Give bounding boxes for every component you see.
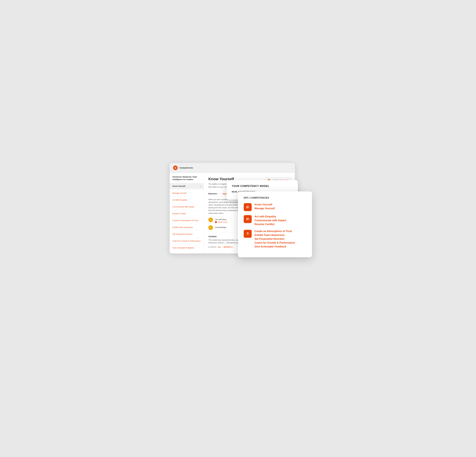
sidebar-item-set-direction[interactable]: Set Purposeful Direction xyxy=(170,231,204,237)
divider xyxy=(170,196,204,197)
ei-items: Know Yourself Manage Yourself xyxy=(255,203,275,210)
sidebar-group-title: Emotional, Relational, Team intelligence… xyxy=(170,176,204,183)
divider xyxy=(170,237,204,238)
sidebar: Emotional, Relational, Team intelligence… xyxy=(170,173,204,254)
behavior-number-2: 2 xyxy=(208,225,213,230)
erti-group-ei: Ei Know Yourself Manage Yourself xyxy=(244,203,306,211)
divider xyxy=(170,190,204,190)
behavior-number-1: 1 xyxy=(208,218,213,222)
sidebar-item-coach[interactable]: Coach For Growth & Performance xyxy=(170,238,204,244)
erti-item-communicate-impact[interactable]: Communicate with Impact xyxy=(255,219,286,222)
ti-badge: Ti xyxy=(244,230,252,238)
tab-separator: | xyxy=(220,193,220,195)
sidebar-item-communicate[interactable]: Communicate With Impact xyxy=(170,204,204,210)
erti-card-title: ERT-i COMPETENCIES xyxy=(244,197,306,199)
sidebar-item-atmosphere-trust[interactable]: Create An Atmosphere Of Trust xyxy=(170,218,204,223)
erti-item-team-awareness[interactable]: Exhibit Team-Awareness xyxy=(255,234,295,237)
erti-item-know-yourself[interactable]: Know Yourself xyxy=(255,203,275,206)
erti-item-set-direction[interactable]: Set Purposeful Direction xyxy=(255,237,295,240)
divider xyxy=(170,203,204,203)
sidebar-item-manage-yourself[interactable]: Manage Yourself xyxy=(170,190,204,196)
tab-behaviors[interactable]: Behaviors xyxy=(208,192,217,196)
filter-all[interactable]: ALL xyxy=(218,246,221,248)
ri-items: Act with Empathy Communicate with Impact… xyxy=(255,215,286,226)
app-header: Competencies xyxy=(170,163,295,173)
ri-badge: Ri xyxy=(244,215,252,223)
ti-items: Create an Atmosphere of Trust Exhibit Te… xyxy=(255,230,295,248)
erti-group-ri: Ri Act with Empathy Communicate with Imp… xyxy=(244,215,306,226)
sidebar-item-act-with-empathy[interactable]: Act With Empathy xyxy=(170,197,204,203)
erti-item-coach-growth[interactable]: Coach for Growth & Performance xyxy=(255,241,295,244)
sidebar-item-team-awareness[interactable]: Exhibit Team-Awareness xyxy=(170,225,204,230)
action-tag-1: Added to Acti... xyxy=(215,221,228,223)
sidebar-item-label: Communicate With Impact xyxy=(172,206,194,208)
sidebar-item-label: Exhibit Team-Awareness xyxy=(172,226,193,228)
sidebar-item-know-yourself[interactable]: Know Yourself › xyxy=(170,183,204,189)
divider xyxy=(170,244,204,245)
filter-label: FILTER BY: xyxy=(208,246,217,248)
sidebar-item-label: Know Yourself xyxy=(172,185,185,187)
behavior-content-2: Acknowledge... xyxy=(215,225,228,228)
sidebar-item-label: Act With Empathy xyxy=(172,199,187,201)
erti-card: ERT-i COMPETENCIES Ei Know Yourself Mana… xyxy=(238,192,312,257)
sidebar-item-feedback[interactable]: Give Actionable Feedback xyxy=(170,245,204,251)
app-icon xyxy=(173,166,178,170)
chevron-right-icon: › xyxy=(200,185,201,187)
erti-group-ti: Ti Create an Atmosphere of Trust Exhibit… xyxy=(244,230,306,248)
action-tag-icon xyxy=(215,221,217,223)
filter-editors[interactable]: EDITOR'S C... xyxy=(224,246,234,248)
divider xyxy=(170,210,204,210)
sidebar-item-resolve-conflict[interactable]: Resolve Conflict xyxy=(170,211,204,216)
erti-item-resolve-conflict[interactable]: Resolve Conflict xyxy=(255,223,286,226)
sidebar-item-label: Coach For Growth & Performance xyxy=(172,240,201,242)
erti-item-give-feedback[interactable]: Give Actionable Feedback xyxy=(255,245,295,248)
sidebar-item-label: Resolve Conflict xyxy=(172,212,186,215)
behavior-text-2: Acknowledge... xyxy=(215,225,228,228)
ei-badge: Ei xyxy=(244,203,252,211)
action-tag-label: Added to Acti... xyxy=(218,221,228,223)
filter-separator: | xyxy=(222,246,222,248)
sidebar-item-label: Create An Atmosphere Of Trust xyxy=(172,219,198,221)
sidebar-item-label: Set Purposeful Direction xyxy=(172,233,192,235)
behavior-text-1: Use self-awar... xyxy=(215,218,228,220)
erti-item-act-empathy[interactable]: Act with Empathy xyxy=(255,215,286,218)
app-title: Competencies xyxy=(179,167,193,169)
scene: Competencies Emotional, Relational, Team… xyxy=(170,163,306,294)
sidebar-item-label: Manage Yourself xyxy=(172,192,186,194)
svg-point-1 xyxy=(175,167,176,168)
sidebar-item-label: Give Actionable Feedback xyxy=(172,247,194,249)
erti-item-manage-yourself[interactable]: Manage Yourself xyxy=(255,207,275,210)
erti-item-atmosphere-trust[interactable]: Create an Atmosphere of Trust xyxy=(255,230,295,233)
behavior-content-1: Use self-awar... Added to Acti... xyxy=(215,218,228,223)
model-card-title: YOUR COMPETENCY MODEL xyxy=(232,185,293,188)
